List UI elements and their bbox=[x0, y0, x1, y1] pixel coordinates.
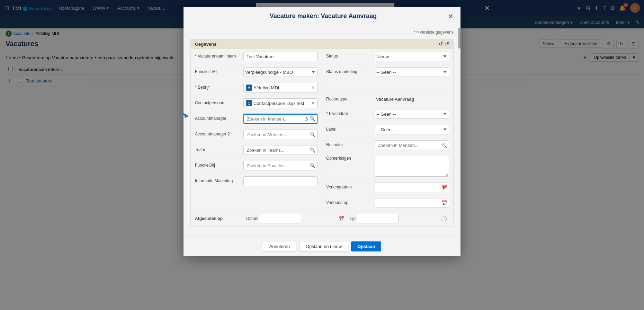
label-status: Status bbox=[326, 54, 375, 59]
bedrijf-remove-icon[interactable]: ✕ bbox=[311, 85, 315, 87]
select-functie-tmi[interactable]: Verpleegkundige - MBO bbox=[243, 67, 317, 77]
modal-header: Vacature maken: Vacature Aanvraag ✕ bbox=[184, 7, 460, 24]
reset-icon-left[interactable]: ↺ bbox=[439, 41, 443, 47]
modal-overlay: Vacature maken: Vacature Aanvraag ✕ * = … bbox=[0, 0, 644, 87]
select-status-marketing[interactable]: -- Geen -- bbox=[375, 67, 449, 77]
modal-close-button[interactable]: ✕ bbox=[448, 13, 454, 20]
scrollbar-thumb[interactable] bbox=[458, 28, 460, 48]
modal-body: * = vereiste gegevens Gegevens ↺ ↺ Vaca bbox=[184, 24, 460, 87]
select-status[interactable]: Nieuw bbox=[375, 52, 449, 61]
label-status-marketing: Status marketing bbox=[326, 69, 375, 75]
two-col-form: Vacaturenaam intern Functie TMI Verpleeg… bbox=[191, 49, 453, 87]
form-row-bedrijf: Bedrijf A Afdeling MDL ✕ bbox=[191, 80, 322, 87]
bedrijf-tag-text: Afdeling MDL bbox=[253, 85, 310, 87]
reset-icon-right[interactable]: ↺ bbox=[445, 41, 449, 47]
vacature-modal: Vacature maken: Vacature Aanvraag ✕ * = … bbox=[184, 7, 460, 87]
label-vacaturenaam: Vacaturenaam intern bbox=[195, 54, 243, 59]
input-vacaturenaam[interactable] bbox=[243, 52, 317, 61]
label-functie-tmi: Functie TMI bbox=[195, 69, 243, 75]
form-row-vacaturenaam: Vacaturenaam intern bbox=[191, 49, 322, 64]
required-note: * = vereiste gegevens bbox=[190, 30, 454, 35]
label-bedrijf: Bedrijf bbox=[195, 85, 243, 87]
form-row-status-marketing: Status marketing -- Geen -- bbox=[322, 64, 453, 80]
section-reset: ↺ ↺ bbox=[439, 41, 449, 47]
modal-title: Vacature maken: Vacature Aanvraag bbox=[199, 12, 448, 20]
form-row-spacer bbox=[322, 80, 453, 87]
form-col-right: Status Nieuw Status marketing -- Geen -- bbox=[322, 49, 453, 87]
form-col-left: Vacaturenaam intern Functie TMI Verpleeg… bbox=[191, 49, 322, 87]
form-row-functie-tmi: Functie TMI Verpleegkundige - MBO bbox=[191, 64, 322, 80]
bedrijf-tag-icon: A bbox=[246, 85, 252, 87]
form-section-gegevens: Gegevens ↺ ↺ Vacaturenaam intern bbox=[190, 39, 454, 87]
section-label: Gegevens bbox=[195, 42, 216, 47]
form-row-status: Status Nieuw bbox=[322, 49, 453, 64]
bedrijf-lookup-tag: A Afdeling MDL ✕ bbox=[243, 83, 317, 87]
section-header-gegevens: Gegevens ↺ ↺ bbox=[191, 39, 453, 49]
